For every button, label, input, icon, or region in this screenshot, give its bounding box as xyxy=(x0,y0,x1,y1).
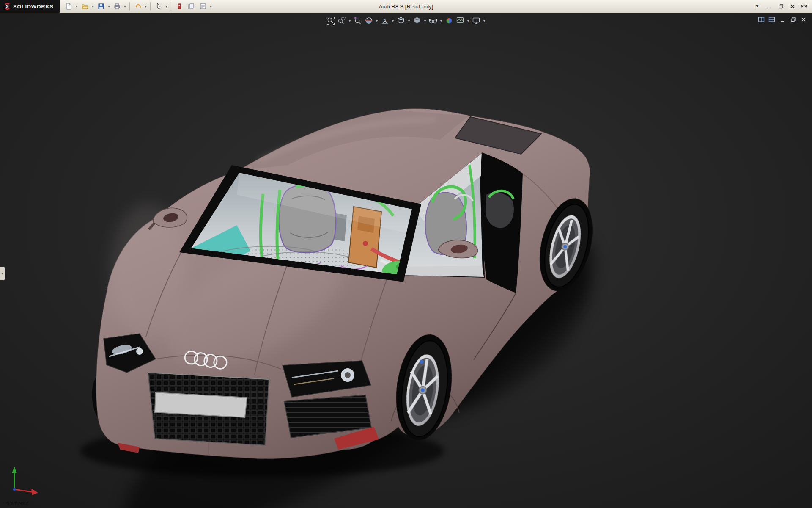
main-toolbar: ▾ ▾ ▾ xyxy=(63,1,213,11)
hide-show-dropdown-caret[interactable]: ▾ xyxy=(439,19,443,23)
view-settings-button[interactable] xyxy=(471,16,481,26)
zoom-to-fit-button[interactable] xyxy=(326,16,336,26)
annotations-icon: A xyxy=(381,17,389,25)
minimize-document-icon xyxy=(779,17,785,22)
help-button[interactable]: ? xyxy=(752,2,762,11)
print-icon xyxy=(114,3,121,10)
panel-collapse-tab[interactable]: ◄ xyxy=(0,267,5,280)
svg-text:A: A xyxy=(383,18,387,24)
undo-button[interactable] xyxy=(132,1,143,11)
window-title: Audi R8 S [Read-only] xyxy=(379,3,433,10)
edit-appearance-button[interactable] xyxy=(444,16,454,26)
select-button[interactable] xyxy=(153,1,164,11)
window-controls: ? xyxy=(752,2,812,11)
previous-view-button[interactable] xyxy=(353,16,363,26)
minimize-document-button[interactable] xyxy=(778,16,787,23)
window-arrange-button[interactable] xyxy=(799,2,809,11)
section-dropdown-caret[interactable]: ▾ xyxy=(375,19,379,23)
model-scene[interactable] xyxy=(0,13,812,508)
edit-appearance-icon xyxy=(445,17,453,25)
split-pane-vertical-button[interactable] xyxy=(768,16,776,23)
close-document-icon xyxy=(801,17,807,22)
color-tool-button[interactable] xyxy=(174,1,185,11)
zoom-area-button[interactable] xyxy=(337,16,347,26)
toolbar-separator xyxy=(171,2,171,11)
split-pane-horizontal-icon xyxy=(758,17,765,22)
toolbar-separator xyxy=(129,2,130,11)
view-orientation-icon xyxy=(397,17,405,25)
drawing-sheet-icon xyxy=(188,3,195,10)
restore-icon xyxy=(778,3,784,9)
document-options-icon xyxy=(200,3,206,10)
split-pane-vertical-icon xyxy=(768,17,775,22)
previous-view-icon xyxy=(354,17,362,25)
annotations-button[interactable]: A xyxy=(380,16,390,26)
zoom-to-fit-icon xyxy=(326,17,335,25)
color-tool-icon xyxy=(176,3,183,10)
print-button[interactable] xyxy=(112,1,123,11)
solidworks-window: S SOLIDWORKS ▾ ▾ xyxy=(0,0,812,508)
x-axis xyxy=(14,489,32,492)
drawing-sheet-button[interactable] xyxy=(186,1,197,11)
apply-scene-icon xyxy=(456,17,464,25)
view-orientation-button[interactable] xyxy=(396,16,406,26)
restore-button[interactable] xyxy=(776,2,786,11)
save-dropdown-caret[interactable]: ▾ xyxy=(107,4,111,8)
solidworks-logo: S SOLIDWORKS xyxy=(0,0,60,13)
open-folder-icon xyxy=(82,3,88,10)
3d-viewport[interactable]: ▾ ▾ A ▾ xyxy=(0,13,812,508)
split-pane-horizontal-button[interactable] xyxy=(757,16,765,23)
select-cursor-icon xyxy=(155,3,162,10)
document-window-controls xyxy=(757,16,808,23)
undo-icon xyxy=(134,3,141,10)
options-dropdown-caret[interactable]: ▾ xyxy=(209,4,213,8)
new-dropdown-caret[interactable]: ▾ xyxy=(75,4,79,8)
solidworks-logo-mark: S xyxy=(3,3,11,10)
hide-show-items-button[interactable] xyxy=(428,16,438,26)
minimize-button[interactable] xyxy=(764,2,774,11)
open-button[interactable] xyxy=(80,1,91,11)
toolbar-separator xyxy=(150,2,151,11)
save-icon xyxy=(98,3,104,10)
display-style-dropdown-caret[interactable]: ▾ xyxy=(423,19,427,23)
section-view-button[interactable] xyxy=(364,16,374,26)
document-options-button[interactable] xyxy=(198,1,208,11)
print-dropdown-caret[interactable]: ▾ xyxy=(123,4,127,8)
svg-text:S: S xyxy=(6,4,9,9)
minimize-icon xyxy=(766,3,772,9)
view-settings-dropdown-caret[interactable]: ▾ xyxy=(482,19,486,23)
restore-document-button[interactable] xyxy=(789,16,797,23)
orientation-triad xyxy=(8,464,44,497)
open-dropdown-caret[interactable]: ▾ xyxy=(91,4,95,8)
apply-scene-button[interactable] xyxy=(455,16,465,26)
annotations-dropdown-caret[interactable]: ▾ xyxy=(391,19,395,23)
zoom-area-icon xyxy=(337,17,346,25)
close-icon xyxy=(790,3,796,9)
orientation-dropdown-caret[interactable]: ▾ xyxy=(407,19,411,23)
save-button[interactable] xyxy=(96,1,107,11)
window-arrange-icon xyxy=(801,3,808,9)
display-style-button[interactable] xyxy=(412,16,422,26)
close-document-button[interactable] xyxy=(799,16,808,23)
z-axis xyxy=(13,488,16,491)
undo-dropdown-caret[interactable]: ▾ xyxy=(144,4,148,8)
close-button[interactable] xyxy=(787,2,798,11)
hide-show-items-icon xyxy=(429,17,437,25)
new-document-button[interactable] xyxy=(63,1,74,11)
select-dropdown-caret[interactable]: ▾ xyxy=(165,4,169,8)
orientation-label: *Dimetric xyxy=(6,500,28,507)
zoom-dropdown-caret[interactable]: ▾ xyxy=(348,19,352,23)
display-style-icon xyxy=(413,17,421,25)
brand-text: SOLIDWORKS xyxy=(13,3,54,10)
view-settings-icon xyxy=(472,17,480,25)
view-toolbar: ▾ ▾ A ▾ xyxy=(326,16,486,26)
section-view-icon xyxy=(365,17,373,25)
scene-dropdown-caret[interactable]: ▾ xyxy=(466,19,470,23)
restore-document-icon xyxy=(790,17,796,22)
new-document-icon xyxy=(66,3,72,10)
titlebar: S SOLIDWORKS ▾ ▾ xyxy=(0,0,812,13)
